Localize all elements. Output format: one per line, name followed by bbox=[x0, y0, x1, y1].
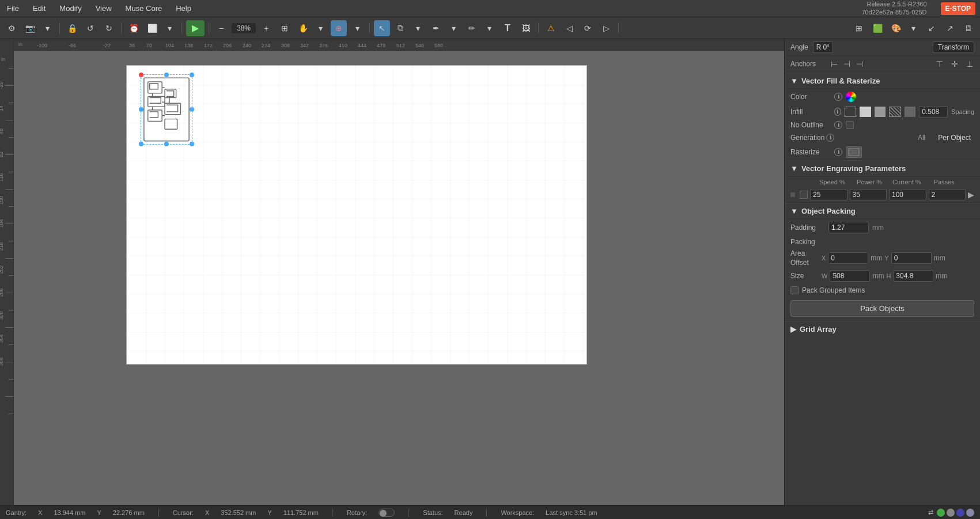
vep-passes-input[interactable] bbox=[929, 189, 966, 200]
vep-speed-input[interactable] bbox=[810, 189, 847, 200]
fill-dropdown-icon[interactable]: ▾ bbox=[905, 20, 921, 36]
vep-current-input[interactable] bbox=[889, 189, 926, 200]
edit-dropdown-icon[interactable]: ▾ bbox=[481, 20, 497, 36]
no-outline-info-icon[interactable]: ℹ bbox=[834, 121, 842, 129]
pen-dropdown-icon[interactable]: ▾ bbox=[445, 20, 461, 36]
image-icon[interactable]: 🖼 bbox=[518, 20, 534, 36]
warning-icon[interactable]: ⚠ bbox=[543, 20, 559, 36]
object-packing-header[interactable]: ▼ Object Packing bbox=[785, 203, 980, 219]
settings-icon[interactable]: ⚙ bbox=[3, 20, 20, 36]
vector-fill-header[interactable]: ▼ Vector Fill & Rasterize bbox=[785, 73, 980, 89]
edit-icon[interactable]: ✏ bbox=[464, 20, 480, 36]
infill-none-swatch[interactable] bbox=[845, 107, 856, 117]
generation-info-icon[interactable]: ℹ bbox=[826, 134, 834, 142]
handle-top-left[interactable] bbox=[139, 73, 143, 77]
canvas-area[interactable]: in -100 -66 -22 36 70 104 138 172 206 24… bbox=[14, 39, 784, 505]
size-h-input[interactable] bbox=[893, 270, 933, 282]
menu-edit[interactable]: Edit bbox=[31, 3, 48, 14]
pan-icon[interactable]: ✋ bbox=[295, 20, 311, 36]
handle-bottom-right[interactable] bbox=[190, 142, 194, 146]
pen-icon[interactable]: ✒ bbox=[428, 20, 444, 36]
camera-icon[interactable]: 📷 bbox=[22, 20, 38, 36]
bring-front-icon[interactable]: ↗ bbox=[942, 20, 958, 36]
align-left-icon[interactable]: ◁ bbox=[561, 20, 577, 36]
handle-top-center[interactable] bbox=[164, 73, 169, 77]
rotary-toggle[interactable] bbox=[379, 509, 395, 517]
vep-expand-icon[interactable]: ▶ bbox=[968, 190, 974, 199]
infill-light-swatch[interactable] bbox=[860, 107, 871, 117]
canvas-content[interactable]: ‹ bbox=[14, 51, 784, 505]
size-w-input[interactable] bbox=[830, 270, 870, 282]
anchor-left-icon[interactable]: ⊢ bbox=[830, 58, 839, 70]
undo-icon[interactable]: ↺ bbox=[82, 20, 99, 36]
copy-dropdown-icon[interactable]: ▾ bbox=[410, 20, 426, 36]
generation-all-option[interactable]: All bbox=[914, 132, 929, 143]
pack-objects-button[interactable]: Pack Objects bbox=[790, 300, 974, 317]
text-icon[interactable]: T bbox=[500, 20, 516, 36]
transform-button[interactable]: Transform bbox=[933, 41, 974, 53]
timer-icon[interactable]: ⏰ bbox=[126, 20, 142, 36]
zoom-plus-icon[interactable]: + bbox=[258, 20, 274, 36]
lock-icon[interactable]: 🔒 bbox=[64, 20, 80, 36]
handle-mid-left[interactable] bbox=[139, 107, 143, 112]
canvas-paper[interactable] bbox=[126, 65, 587, 365]
angle-value[interactable]: R 0° bbox=[813, 41, 833, 53]
zoom-fit-icon[interactable]: ⊞ bbox=[277, 20, 293, 36]
offset-x-input[interactable] bbox=[828, 252, 868, 264]
infill-dark-swatch[interactable] bbox=[905, 107, 916, 117]
color-picker[interactable] bbox=[846, 92, 856, 102]
menu-muse-core[interactable]: Muse Core bbox=[123, 3, 165, 14]
magnet-icon[interactable]: ⊕ bbox=[331, 20, 347, 36]
align-flip-icon[interactable]: ⟳ bbox=[580, 20, 596, 36]
menu-view[interactable]: View bbox=[93, 3, 114, 14]
offset-y-input[interactable] bbox=[891, 252, 932, 264]
sync-icon[interactable]: ⇄ bbox=[928, 509, 933, 516]
rasterize-icon[interactable] bbox=[846, 146, 862, 158]
menu-modify[interactable]: Modify bbox=[57, 3, 84, 14]
vep-color-swatch[interactable] bbox=[800, 191, 808, 199]
infill-spacing-label: Spacing bbox=[951, 108, 974, 115]
anchor-mid-icon[interactable]: ✛ bbox=[950, 58, 959, 70]
fill-color-icon[interactable]: 🎨 bbox=[888, 20, 904, 36]
select-icon[interactable]: ⬜ bbox=[144, 20, 160, 36]
zoom-minus-icon[interactable]: − bbox=[213, 20, 229, 36]
anchor-bottom-icon[interactable]: ⊥ bbox=[965, 58, 974, 70]
copy-icon[interactable]: ⧉ bbox=[392, 20, 408, 36]
anchor-top-icon[interactable]: ⊤ bbox=[935, 58, 944, 70]
cursor-tool-icon[interactable]: ↖ bbox=[374, 20, 390, 36]
grid-array-header[interactable]: ▶ Grid Array bbox=[785, 321, 980, 337]
menu-help[interactable]: Help bbox=[173, 3, 194, 14]
infill-hash-swatch[interactable] bbox=[889, 107, 900, 117]
select-dropdown-icon[interactable]: ▾ bbox=[161, 20, 177, 36]
camera-dropdown-icon[interactable]: ▾ bbox=[39, 20, 55, 36]
run-button[interactable]: ▶ bbox=[186, 20, 205, 36]
monitor-icon[interactable]: 🖥 bbox=[960, 20, 977, 36]
send-back-icon[interactable]: ↙ bbox=[924, 20, 940, 36]
rasterize-info-icon[interactable]: ℹ bbox=[834, 148, 842, 156]
infill-info-icon[interactable]: ℹ bbox=[834, 108, 841, 116]
anchor-center-icon[interactable]: ⊣ bbox=[842, 58, 852, 70]
padding-input[interactable] bbox=[828, 222, 869, 233]
handle-mid-right[interactable] bbox=[190, 107, 194, 112]
handle-top-right[interactable] bbox=[190, 73, 194, 77]
estop-button[interactable]: E-STOP bbox=[941, 2, 975, 15]
group-icon[interactable]: ⊞ bbox=[851, 20, 867, 36]
menu-file[interactable]: File bbox=[5, 3, 21, 14]
ungroup-icon[interactable]: 🟩 bbox=[869, 20, 886, 36]
anchor-right-icon[interactable]: ⊣ bbox=[855, 58, 864, 70]
no-outline-checkbox[interactable] bbox=[846, 121, 854, 129]
pack-grouped-checkbox[interactable] bbox=[790, 286, 799, 294]
align-right-icon[interactable]: ▷ bbox=[598, 20, 614, 36]
handle-bottom-left[interactable] bbox=[139, 142, 143, 146]
vector-engraving-header[interactable]: ▼ Vector Engraving Parameters bbox=[785, 160, 980, 177]
redo-icon[interactable]: ↻ bbox=[101, 20, 117, 36]
infill-med-swatch[interactable] bbox=[875, 107, 886, 117]
pan-dropdown-icon[interactable]: ▾ bbox=[312, 20, 328, 36]
vep-power-input[interactable] bbox=[850, 189, 887, 200]
color-info-icon[interactable]: ℹ bbox=[834, 93, 842, 101]
handle-bottom-center[interactable] bbox=[164, 142, 169, 146]
snap-dropdown-icon[interactable]: ▾ bbox=[349, 20, 365, 36]
infill-spacing-input[interactable] bbox=[919, 106, 948, 118]
generation-per-object-option[interactable]: Per Object bbox=[934, 132, 974, 143]
selected-object[interactable] bbox=[141, 74, 192, 145]
